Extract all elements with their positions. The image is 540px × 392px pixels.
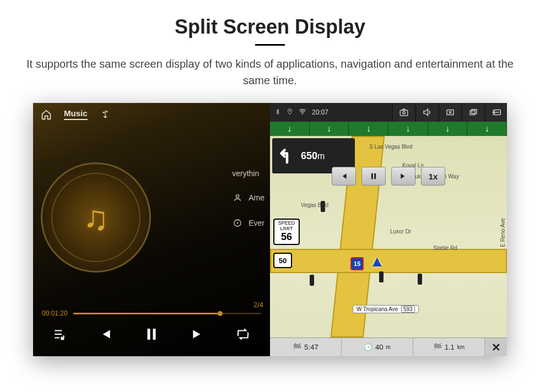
traffic-light-icon (379, 271, 384, 282)
speed-limit-sign: SPEED LIMIT 56 (273, 219, 300, 245)
back-button[interactable] (485, 103, 507, 122)
route-number: 593 (401, 306, 415, 313)
artist-name: Ame (249, 193, 264, 202)
svg-rect-11 (470, 111, 475, 115)
speed-limit-label: SPEED LIMIT (278, 220, 295, 231)
bluetooth-icon (274, 108, 281, 117)
volume-button[interactable] (415, 103, 438, 122)
album-name: Ever (249, 219, 264, 227)
svg-rect-13 (371, 173, 373, 179)
overlay-prev-button[interactable] (332, 167, 356, 186)
duration-unit: m (386, 344, 391, 350)
distance-segment[interactable]: 🏁 1.1km (413, 338, 485, 356)
clock-icon: 🕓 (364, 343, 372, 351)
system-status-bar: 20:07 (270, 103, 507, 122)
svg-point-2 (237, 222, 239, 224)
svg-point-6 (289, 110, 290, 111)
navigation-panel: 20:07 ↓ ↓ ↓ ↓ ↓ ↓ S Las Vegas Blvd Koval… (270, 103, 507, 356)
distance-unit: km (457, 344, 465, 350)
music-topbar: Music (33, 103, 270, 126)
pause-button[interactable] (143, 326, 160, 346)
speed-limit-value: 56 (274, 232, 299, 243)
progress-handle[interactable] (218, 311, 223, 316)
vehicle-arrow-icon: ▲ (370, 253, 385, 270)
usb-icon[interactable] (100, 109, 111, 120)
split-screen-device: Music ♫ verythin Ame Ever 2/4 00:01:20 (33, 103, 507, 356)
eta-value: 5:47 (304, 343, 318, 351)
street-label: Luxor Dr (390, 228, 411, 235)
home-icon[interactable] (41, 109, 52, 120)
duration-segment[interactable]: 🕓 40m (342, 338, 413, 356)
lane-arrow-icon: ↓ (270, 122, 310, 136)
artist-row: Ame (232, 192, 264, 203)
track-metadata: verythin Ame Ever (232, 169, 264, 228)
turn-distance-unit: m (317, 151, 325, 161)
music-note-icon: ♫ (83, 198, 109, 237)
highway-horizontal (270, 249, 507, 273)
duration-value: 40 (375, 343, 383, 351)
svg-point-9 (402, 112, 405, 115)
overlay-next-button[interactable] (391, 167, 415, 186)
svg-rect-8 (400, 110, 408, 116)
street-label: Stable Rd (433, 245, 457, 251)
album-disc: ♫ (41, 162, 151, 273)
album-icon (232, 217, 243, 228)
turn-distance: 650 (301, 150, 317, 161)
turn-left-icon (276, 146, 295, 166)
overlay-speed-button[interactable]: 1x (421, 167, 445, 186)
recent-apps-button[interactable] (462, 103, 484, 122)
lane-arrow-icon: ↓ (388, 122, 428, 136)
traffic-light-icon (310, 275, 314, 286)
track-title: verythin (232, 169, 259, 178)
street-label: S Las Vegas Blvd (369, 144, 412, 150)
tab-music[interactable]: Music (64, 108, 88, 120)
traffic-light-icon (418, 274, 422, 285)
svg-rect-4 (148, 329, 150, 340)
overlay-pause-button[interactable] (361, 167, 386, 186)
track-pager: 2/4 (253, 301, 263, 309)
distance-value: 1.1 (445, 343, 455, 351)
svg-rect-14 (374, 173, 376, 179)
nav-bottom-bar: 🏁 5:47 🕓 40m 🏁 1.1km ✕ (270, 337, 507, 356)
title-underline (255, 44, 285, 46)
svg-point-3 (61, 337, 63, 339)
svg-rect-5 (153, 329, 156, 340)
lane-arrow-icon: ↓ (349, 122, 388, 136)
close-nav-button[interactable]: ✕ (485, 338, 507, 356)
progress-row: 00:01:20 (33, 309, 270, 317)
progress-bar[interactable] (73, 313, 261, 314)
svg-point-7 (302, 113, 303, 115)
progress-fill (73, 313, 220, 314)
page-title: Split Screen Display (0, 0, 540, 39)
street-label: E Reno Ave (500, 218, 506, 247)
flag-icon: 🏁 (433, 343, 442, 351)
map-media-overlay: 1x (332, 167, 445, 186)
eta-segment[interactable]: 🏁 5:47 (270, 338, 342, 356)
street-pill: W Tropicana Ave 593 (353, 305, 419, 313)
svg-rect-12 (472, 110, 477, 114)
flag-icon: 🏁 (293, 343, 301, 351)
wifi-icon (299, 108, 306, 117)
album-row: Ever (232, 217, 264, 228)
playlist-button[interactable] (53, 327, 67, 345)
repeat-button[interactable] (236, 327, 250, 345)
clock: 20:07 (312, 108, 328, 116)
music-panel: Music ♫ verythin Ame Ever 2/4 00:01:20 (33, 103, 270, 356)
interstate-shield: 15 (350, 257, 364, 270)
close-app-button[interactable] (439, 103, 461, 122)
screenshot-button[interactable] (392, 103, 414, 122)
artist-icon (232, 192, 243, 203)
lane-arrow-icon: ↓ (310, 122, 349, 136)
prev-button[interactable] (98, 327, 112, 345)
route-shield: 50 (273, 253, 292, 268)
location-icon (287, 108, 293, 117)
svg-point-0 (236, 195, 239, 198)
traffic-light-icon (321, 201, 325, 212)
lane-arrow-icon: ↓ (467, 122, 507, 136)
street-label: W Tropicana Ave (357, 306, 398, 312)
elapsed-time: 00:01:20 (42, 309, 68, 317)
player-controls (33, 317, 270, 356)
lane-arrow-icon: ↓ (428, 122, 468, 136)
next-button[interactable] (191, 327, 205, 345)
lane-guidance-bar: ↓ ↓ ↓ ↓ ↓ ↓ (270, 122, 507, 136)
